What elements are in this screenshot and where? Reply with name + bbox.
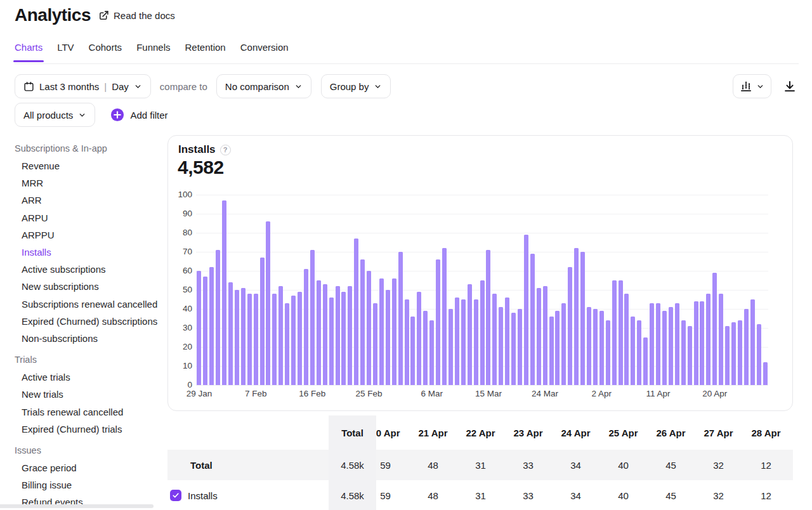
download-button[interactable] — [783, 79, 797, 93]
bar-21-mar[interactable] — [524, 235, 528, 385]
bar-6-feb[interactable] — [247, 294, 252, 385]
bar-10-apr[interactable] — [650, 303, 654, 385]
sidebar-item-arppu[interactable]: ARPPU — [15, 226, 154, 244]
bar-18-feb[interactable] — [323, 284, 327, 385]
bar-8-feb[interactable] — [260, 258, 265, 385]
bar-11-apr[interactable] — [656, 303, 660, 385]
sidebar-item-expired-churned-trials[interactable]: Expired (Churned) trials — [15, 421, 154, 438]
bar-4-mar[interactable] — [417, 292, 421, 385]
chart-type-button[interactable] — [733, 74, 771, 98]
bar-13-apr[interactable] — [669, 307, 673, 385]
sidebar-item-grace-period[interactable]: Grace period — [15, 459, 154, 476]
sidebar-item-arpu[interactable]: ARPU — [15, 209, 154, 226]
add-filter-button[interactable]: Add filter — [110, 108, 167, 122]
bar-23-mar[interactable] — [537, 288, 541, 385]
bar-9-apr[interactable] — [643, 337, 648, 385]
bar-25-apr[interactable] — [744, 309, 749, 385]
bar-18-apr[interactable] — [700, 301, 704, 385]
bar-19-mar[interactable] — [511, 313, 516, 385]
bar-5-mar[interactable] — [423, 311, 428, 385]
bar-24-feb[interactable] — [360, 259, 365, 385]
tab-funnels[interactable]: Funnels — [136, 42, 170, 62]
bar-9-feb[interactable] — [266, 221, 270, 385]
bar-11-mar[interactable] — [461, 299, 466, 385]
bar-29-mar[interactable] — [574, 248, 579, 385]
horizontal-scrollbar[interactable] — [0, 504, 154, 508]
bar-14-mar[interactable] — [480, 280, 485, 385]
bar-14-apr[interactable] — [675, 303, 679, 385]
bar-11-feb[interactable] — [278, 286, 283, 385]
bar-6-apr[interactable] — [624, 294, 629, 385]
bar-22-mar[interactable] — [530, 254, 535, 385]
bar-1-mar[interactable] — [398, 252, 403, 385]
tab-conversion[interactable]: Conversion — [240, 42, 289, 62]
date-range-button[interactable]: Last 3 months | Day — [15, 74, 151, 98]
bar-4-apr[interactable] — [612, 280, 617, 385]
bar-2-mar[interactable] — [405, 299, 409, 385]
sidebar-item-installs[interactable]: Installs — [15, 244, 154, 261]
bar-26-feb[interactable] — [373, 303, 377, 385]
tab-cohorts[interactable]: Cohorts — [89, 42, 122, 62]
bar-20-feb[interactable] — [336, 286, 340, 385]
bar-17-apr[interactable] — [694, 301, 698, 385]
bar-1-feb[interactable] — [216, 250, 220, 385]
bar-31-mar[interactable] — [587, 307, 591, 385]
bar-13-mar[interactable] — [474, 299, 478, 385]
bar-5-apr[interactable] — [619, 280, 623, 385]
bar-25-feb[interactable] — [367, 271, 371, 385]
installs-checkbox[interactable] — [170, 490, 181, 501]
sidebar-item-new-subscriptions[interactable]: New subscriptions — [15, 278, 154, 295]
bar-14-feb[interactable] — [298, 292, 302, 385]
bar-8-mar[interactable] — [442, 248, 447, 385]
bar-18-mar[interactable] — [505, 298, 509, 385]
bar-24-apr[interactable] — [738, 320, 742, 385]
bar-25-mar[interactable] — [549, 317, 554, 385]
bar-28-apr[interactable] — [763, 362, 768, 385]
bar-28-mar[interactable] — [568, 267, 572, 385]
bar-15-apr[interactable] — [681, 320, 686, 385]
sidebar-item-non-subscriptions[interactable]: Non-subscriptions — [15, 330, 154, 347]
bar-20-mar[interactable] — [518, 309, 522, 385]
bar-21-apr[interactable] — [719, 294, 723, 385]
sidebar-item-revenue[interactable]: Revenue — [15, 157, 154, 174]
bar-16-apr[interactable] — [688, 326, 692, 385]
bar-28-feb[interactable] — [386, 290, 390, 385]
bar-27-feb[interactable] — [379, 278, 384, 385]
bar-31-jan[interactable] — [209, 267, 214, 385]
sidebar-item-mrr[interactable]: MRR — [15, 174, 154, 192]
bar-26-mar[interactable] — [555, 311, 560, 385]
bar-10-feb[interactable] — [272, 294, 277, 385]
bar-7-mar[interactable] — [436, 259, 440, 385]
bar-13-feb[interactable] — [291, 296, 296, 385]
bar-3-feb[interactable] — [228, 282, 233, 385]
bar-15-feb[interactable] — [304, 269, 308, 385]
bar-27-mar[interactable] — [561, 303, 566, 385]
tab-ltv[interactable]: LTV — [57, 42, 74, 62]
sidebar-item-active-subscriptions[interactable]: Active subscriptions — [15, 261, 154, 278]
sidebar-item-trials-renewal-cancelled[interactable]: Trials renewal cancelled — [15, 403, 154, 421]
bar-17-mar[interactable] — [499, 307, 503, 385]
bar-22-apr[interactable] — [725, 326, 730, 385]
bar-26-apr[interactable] — [750, 299, 755, 385]
bar-29-jan[interactable] — [197, 271, 201, 385]
bar-16-feb[interactable] — [310, 250, 315, 385]
bar-24-mar[interactable] — [543, 286, 547, 385]
sidebar-item-subscriptions-renewal-cancelled[interactable]: Subscriptions renewal cancelled — [15, 296, 154, 313]
row-label-installs[interactable]: Installs — [170, 480, 218, 510]
bar-7-feb[interactable] — [254, 294, 258, 385]
bar-2-apr[interactable] — [599, 311, 604, 385]
bar-30-jan[interactable] — [203, 277, 207, 385]
bar-12-feb[interactable] — [285, 303, 289, 385]
bar-19-feb[interactable] — [329, 298, 334, 385]
bar-29-feb[interactable] — [392, 278, 396, 385]
bar-21-feb[interactable] — [341, 292, 346, 385]
sidebar-item-active-trials[interactable]: Active trials — [15, 369, 154, 386]
read-the-docs-link[interactable]: Read the docs — [98, 10, 175, 21]
tab-retention[interactable]: Retention — [185, 42, 226, 62]
bar-6-mar[interactable] — [429, 320, 434, 385]
bar-8-apr[interactable] — [637, 320, 641, 385]
bar-4-feb[interactable] — [235, 290, 239, 385]
bar-12-apr[interactable] — [662, 311, 667, 385]
bar-30-mar[interactable] — [580, 252, 585, 385]
bar-2-feb[interactable] — [222, 200, 226, 385]
